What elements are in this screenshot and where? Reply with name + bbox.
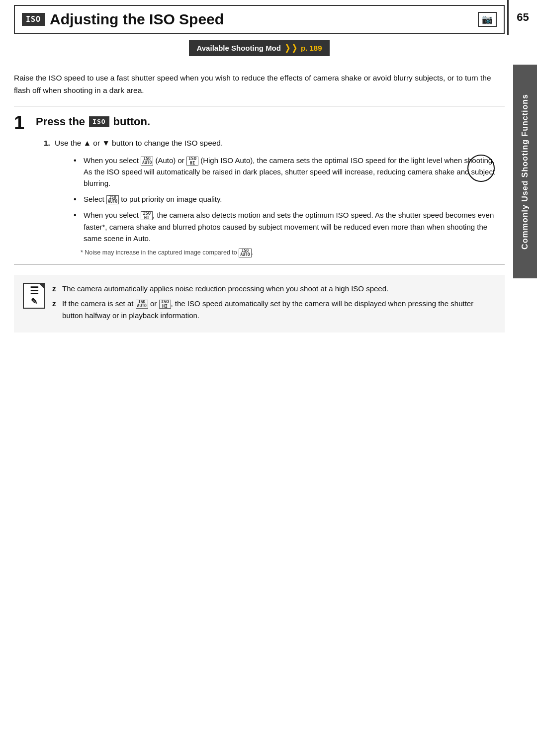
note-text-1: The camera automatically applies noise r… bbox=[62, 283, 388, 295]
circle-decoration bbox=[467, 155, 495, 182]
bullet-text-3: When you select ISOHI, the camera also d… bbox=[84, 209, 505, 244]
iso-hi-note: ISOHI bbox=[159, 300, 171, 309]
bullet-text-1: When you select ISOAUTO (Auto) or ISOHI … bbox=[84, 155, 505, 189]
bullet-section: • When you select ISOAUTO (Auto) or ISOH… bbox=[74, 155, 505, 257]
iso-badge-title: ISO bbox=[22, 13, 45, 26]
step-title-prefix: Press the bbox=[36, 115, 85, 128]
modes-bar-wrapper: Available Shooting Mod ❭❭ p. 189 bbox=[14, 40, 505, 65]
note-icon-fold bbox=[39, 284, 44, 289]
shooting-modes-bar: Available Shooting Mod ❭❭ p. 189 bbox=[189, 40, 330, 56]
sub-steps: 1. Use the ▲ or ▼ button to change the I… bbox=[44, 137, 505, 257]
note-icon-inner: ☰ ✎ bbox=[30, 285, 39, 306]
bullet-dot-1: • bbox=[74, 155, 81, 167]
sidebar-tab: Commonly Used Shooting Functions bbox=[513, 65, 537, 278]
iso-auto-note: ISOAUTO bbox=[136, 300, 148, 309]
title-left: ISO Adjusting the ISO Speed bbox=[22, 11, 224, 28]
footnote: * Noise may increase in the captured ima… bbox=[81, 248, 505, 257]
bullet-dot-3: • bbox=[74, 209, 81, 222]
iso-badge-step: ISO bbox=[89, 116, 109, 127]
shooting-modes-label: Available Shooting Mod bbox=[197, 44, 281, 52]
chevrons-icon: ❭❭ bbox=[284, 43, 298, 53]
note-content: z The camera automatically applies noise… bbox=[52, 283, 496, 325]
substep-number: 1. bbox=[44, 137, 53, 149]
bullet-dot-2: • bbox=[74, 193, 81, 206]
iso-hi-badge-1: ISOHI bbox=[186, 157, 198, 166]
sidebar-tab-label: Commonly Used Shooting Functions bbox=[520, 94, 530, 250]
note-item-2: z If the camera is set at ISOAUTO or ISO… bbox=[52, 298, 496, 322]
iso-auto-badge-2: ISOAUTO bbox=[106, 195, 119, 204]
iso-auto-footnote: ISOAUTO bbox=[239, 249, 251, 257]
iso-hi-badge-3: ISOHI bbox=[141, 211, 153, 220]
bullet-item-3: • When you select ISOHI, the camera also… bbox=[74, 209, 505, 244]
page-number-area: 65 bbox=[507, 0, 537, 35]
page-number: 65 bbox=[517, 11, 529, 24]
page-title: Adjusting the ISO Speed bbox=[50, 11, 224, 28]
bullet-text-2: Select ISOAUTO to put priority on image … bbox=[84, 193, 222, 205]
main-content: ISO Adjusting the ISO Speed 📷 Available … bbox=[14, 5, 505, 333]
page-reference: p. 189 bbox=[301, 44, 322, 52]
camera-icon-box: 📷 bbox=[478, 12, 497, 27]
note-box: ☰ ✎ z The camera automatically applies n… bbox=[14, 275, 505, 333]
intro-paragraph: Raise the ISO speed to use a fast shutte… bbox=[14, 72, 505, 97]
bullet-item-2: • Select ISOAUTO to put priority on imag… bbox=[74, 193, 505, 206]
note-icon: ☰ ✎ bbox=[23, 283, 45, 309]
note-z-1: z bbox=[52, 283, 58, 295]
bullet-item-1: • When you select ISOAUTO (Auto) or ISOH… bbox=[74, 155, 505, 189]
substep-text: Use the ▲ or ▼ button to change the ISO … bbox=[55, 137, 223, 149]
page-container: 65 Commonly Used Shooting Functions ISO … bbox=[0, 0, 537, 756]
sub-step-1: 1. Use the ▲ or ▼ button to change the I… bbox=[44, 137, 505, 149]
note-item-1: z The camera automatically applies noise… bbox=[52, 283, 496, 295]
step-title: Press the ISO button. bbox=[36, 113, 150, 128]
step-number: 1 bbox=[14, 113, 29, 132]
iso-auto-badge-1: ISOAUTO bbox=[141, 157, 153, 166]
note-text-2: If the camera is set at ISOAUTO or ISOHI… bbox=[62, 298, 496, 322]
note-z-2: z bbox=[52, 298, 58, 310]
camera-icon: 📷 bbox=[482, 14, 493, 25]
step-title-suffix: button. bbox=[113, 115, 151, 128]
title-section: ISO Adjusting the ISO Speed 📷 bbox=[14, 5, 505, 34]
step-header: 1 Press the ISO button. bbox=[14, 113, 505, 132]
step-section: 1 Press the ISO button. 1. Use the ▲ or … bbox=[14, 106, 505, 265]
